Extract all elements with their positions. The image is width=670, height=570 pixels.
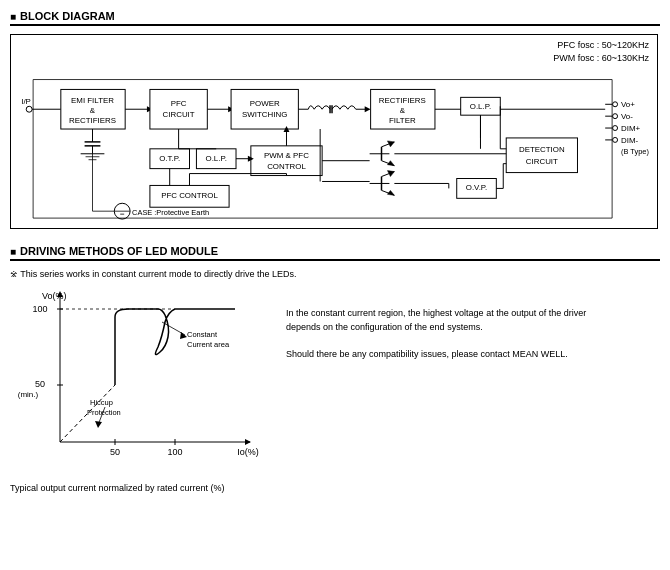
svg-text:50: 50 <box>110 447 120 457</box>
svg-text:(B Type): (B Type) <box>621 147 649 156</box>
svg-text:Vo-: Vo- <box>621 112 633 121</box>
desc-line3: Should there be any compatibility issues… <box>286 348 660 362</box>
desc-line1: In the constant current region, the high… <box>286 307 660 321</box>
svg-text:Vo(%): Vo(%) <box>42 291 67 301</box>
svg-text:DETECTION: DETECTION <box>519 145 565 154</box>
block-diagram-section: BLOCK DIAGRAM PFC fosc : 50~120KHzPWM fo… <box>10 10 660 229</box>
svg-marker-112 <box>245 439 251 445</box>
svg-text:100: 100 <box>167 447 182 457</box>
block-diagram-container: PFC fosc : 50~120KHzPWM fosc : 60~130KHz… <box>10 34 658 229</box>
svg-marker-83 <box>387 190 394 195</box>
svg-point-39 <box>613 102 618 107</box>
chart-area: 100 50 (min.) 50 100 Io(%) Vo(%) <box>10 287 270 493</box>
svg-text:RECTIFIERS: RECTIFIERS <box>379 96 426 105</box>
svg-text:PWM & PFC: PWM & PFC <box>264 151 309 160</box>
driving-content: 100 50 (min.) 50 100 Io(%) Vo(%) <box>10 287 660 493</box>
svg-point-45 <box>613 137 618 142</box>
svg-text:CONTROL: CONTROL <box>267 162 306 171</box>
svg-text:CASE :Protective Earth: CASE :Protective Earth <box>132 208 209 217</box>
svg-text:PFC CONTROL: PFC CONTROL <box>161 191 218 200</box>
svg-text:DIM+: DIM+ <box>621 124 640 133</box>
svg-text:POWER: POWER <box>250 99 280 108</box>
svg-text:O.L.P.: O.L.P. <box>206 154 227 163</box>
block-diagram-svg: I/P EMI FILTER & RECTIFIERS PFC CIRCUIT <box>11 35 657 228</box>
svg-marker-28 <box>365 106 371 112</box>
svg-text:Vo+: Vo+ <box>621 100 635 109</box>
svg-point-0 <box>26 106 32 112</box>
svg-text:O.V.P.: O.V.P. <box>466 183 488 192</box>
svg-text:O.L.P.: O.L.P. <box>470 102 491 111</box>
svg-text:SWITCHING: SWITCHING <box>242 110 287 119</box>
svg-text:EMI FILTER: EMI FILTER <box>71 96 114 105</box>
svg-rect-36 <box>506 138 577 173</box>
svg-text:&: & <box>90 106 96 115</box>
svg-text:FILTER: FILTER <box>389 116 416 125</box>
svg-marker-128 <box>180 332 187 339</box>
svg-text:&: & <box>400 106 406 115</box>
svg-text:CIRCUIT: CIRCUIT <box>163 110 195 119</box>
svg-text:PFC: PFC <box>171 99 187 108</box>
svg-point-41 <box>613 114 618 119</box>
svg-text:O.T.P.: O.T.P. <box>159 154 180 163</box>
chart-caption: Typical output current normalized by rat… <box>10 483 270 493</box>
svg-text:Protection: Protection <box>87 408 121 417</box>
chart-description: In the constant current region, the high… <box>286 287 660 493</box>
svg-text:Current area: Current area <box>187 340 230 349</box>
svg-text:I/P: I/P <box>21 97 31 106</box>
driving-section: DRIVING METHODS OF LED MODULE ※ This ser… <box>10 245 660 493</box>
svg-text:RECTIFIERS: RECTIFIERS <box>69 116 116 125</box>
svg-marker-77 <box>387 161 394 166</box>
driving-title: DRIVING METHODS OF LED MODULE <box>10 245 660 261</box>
driving-note: ※ This series works in constant current … <box>10 269 660 279</box>
svg-text:(min.): (min.) <box>18 390 39 399</box>
svg-text:DIM-: DIM- <box>621 136 638 145</box>
svg-text:Constant: Constant <box>187 330 218 339</box>
svg-point-43 <box>613 126 618 131</box>
desc-line2: depends on the configuration of the end … <box>286 321 660 335</box>
svg-text:CIRCUIT: CIRCUIT <box>526 157 558 166</box>
block-diagram-title: BLOCK DIAGRAM <box>10 10 660 26</box>
svg-marker-132 <box>95 421 102 428</box>
svg-text:100: 100 <box>32 304 47 314</box>
svg-text:Hiccup: Hiccup <box>90 398 113 407</box>
svg-text:Io(%): Io(%) <box>237 447 259 457</box>
svg-text:50: 50 <box>35 379 45 389</box>
driving-chart-svg: 100 50 (min.) 50 100 Io(%) Vo(%) <box>10 287 265 477</box>
